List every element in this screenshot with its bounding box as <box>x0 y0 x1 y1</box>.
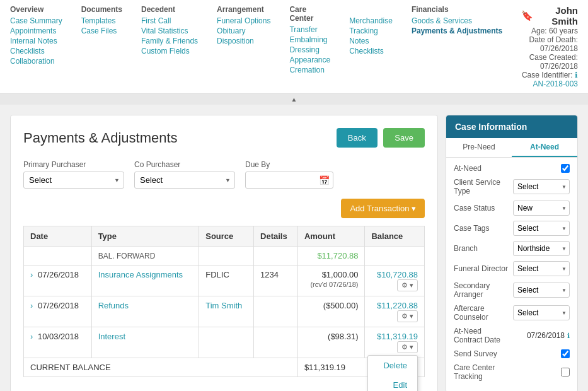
table-row: › 07/26/2018 Insurance Assignments FDLIC… <box>24 266 425 296</box>
nav-family-friends[interactable]: Family & Friends <box>141 37 198 45</box>
row-type[interactable]: Interest <box>98 332 125 341</box>
cell-amount: $1,000.00 (rcv'd 07/26/18) <box>297 266 365 296</box>
nav-custom-fields[interactable]: Custom Fields <box>141 47 198 55</box>
cell-details <box>254 296 298 327</box>
nav-first-call[interactable]: First Call <box>141 16 198 25</box>
nav-collapse-bar[interactable]: ▲ <box>0 94 588 105</box>
table-row: › 07/26/2018 Refunds Tim Smith ($500.00)… <box>24 296 425 327</box>
cell-details: 1234 <box>254 266 298 296</box>
nav-internal-notes[interactable]: Internal Notes <box>10 37 62 45</box>
context-menu-delete[interactable]: Delete <box>368 356 417 375</box>
cell-amount: ($500.00) <box>297 296 365 327</box>
nav-goods-services[interactable]: Goods & Services <box>412 16 502 25</box>
row-date: 07/26/2018 <box>38 301 79 310</box>
branch-select[interactable]: Northside <box>513 241 570 256</box>
nav-funeral-options[interactable]: Funeral Options <box>217 16 270 25</box>
context-menu-wrapper: ⚙ ▾ Delete Edit <box>397 341 418 353</box>
table-row: BAL. FORWARD $11,720.88 <box>24 247 425 266</box>
row-expand-icon[interactable]: › <box>30 301 33 310</box>
nav-tracking[interactable]: Tracking <box>349 26 393 35</box>
send-survey-checkbox[interactable] <box>561 349 570 358</box>
col-source: Source <box>199 226 254 247</box>
sidebar-label-contract-date: At-Need Contract Date <box>454 327 512 344</box>
due-by-label: Due By <box>245 160 333 169</box>
row-type[interactable]: Refunds <box>98 301 129 310</box>
contract-date-info-icon[interactable]: ℹ <box>567 332 570 340</box>
sidebar-field-at-need: At-Need <box>454 164 570 173</box>
nav-appearance[interactable]: Appearance <box>289 55 330 64</box>
case-status-select[interactable]: New <box>513 201 570 216</box>
nav-collaboration[interactable]: Collaboration <box>10 57 62 66</box>
nav-transfer[interactable]: Transfer <box>289 25 330 34</box>
col-balance: Balance <box>365 226 425 247</box>
gear-button[interactable]: ⚙ ▾ <box>397 279 418 291</box>
gear-button[interactable]: ⚙ ▾ <box>397 310 418 322</box>
nav-group-financials-title: Financials <box>412 5 502 14</box>
primary-purchaser-wrapper: Select <box>23 172 124 189</box>
nav-embalming[interactable]: Embalming <box>289 35 330 44</box>
gear-button[interactable]: ⚙ ▾ <box>397 341 418 353</box>
aftercare-counselor-select[interactable]: Select <box>513 305 570 320</box>
row-amount: $1,000.00 <box>322 270 359 279</box>
tab-at-need[interactable]: At-Need <box>512 138 577 157</box>
nav-merchandise[interactable]: Merchandise <box>349 16 393 25</box>
row-type[interactable]: Insurance Assignments <box>98 270 183 279</box>
care-center-tracking-checkbox[interactable] <box>561 368 570 376</box>
cell-amount: $11,720.88 <box>297 247 365 266</box>
row-expand-icon[interactable]: › <box>30 270 33 279</box>
row-balance: $10,720.88 <box>377 270 418 279</box>
cell-details <box>254 247 298 266</box>
cell-balance: $11,220.88 ⚙ ▾ <box>365 296 425 327</box>
nav-group-decedent-title: Decedent <box>141 5 198 14</box>
nav-disposition[interactable]: Disposition <box>217 37 270 45</box>
primary-purchaser-select[interactable]: Select <box>23 172 124 189</box>
cell-date: › 07/26/2018 <box>24 296 92 327</box>
nav-appointments[interactable]: Appointments <box>10 26 62 35</box>
cell-type: BAL. FORWARD <box>91 247 199 266</box>
nav-notes[interactable]: Notes <box>349 37 393 45</box>
bal-forward-amount: $11,720.88 <box>317 251 358 260</box>
nav-payments-adjustments[interactable]: Payments & Adjustments <box>412 26 502 35</box>
row-expand-icon[interactable]: › <box>30 332 33 341</box>
cell-details <box>254 327 298 358</box>
sidebar-header: Case Information <box>446 115 577 138</box>
person-name: 🔖 John Smith <box>521 5 578 26</box>
current-balance-label: CURRENT BALANCE <box>24 358 298 377</box>
client-service-select[interactable]: Select <box>513 179 570 194</box>
col-details: Details <box>254 226 298 247</box>
nav-dressing[interactable]: Dressing <box>289 45 330 54</box>
row-date: 07/26/2018 <box>38 270 79 279</box>
nav-cremation[interactable]: Cremation <box>289 66 330 74</box>
sidebar-field-aftercare-counselor: Aftercare Counselor Select <box>454 304 570 322</box>
nav-vital-statistics[interactable]: Vital Statistics <box>141 26 198 35</box>
contract-date-value: 07/26/2018 <box>527 331 565 340</box>
tab-pre-need[interactable]: Pre-Need <box>446 138 512 157</box>
sidebar-field-secondary-arranger: Secondary Arranger Select <box>454 281 570 299</box>
co-purchaser-select[interactable]: Select <box>134 172 235 189</box>
sidebar-field-client-service: Client Service Type Select <box>454 178 570 196</box>
secondary-arranger-select[interactable]: Select <box>513 283 570 298</box>
col-amount: Amount <box>297 226 365 247</box>
sidebar-label-funeral-director: Funeral Director <box>454 264 512 273</box>
calendar-icon[interactable]: 📅 <box>319 175 330 185</box>
nav-case-summary[interactable]: Case Summary <box>10 16 62 25</box>
row-balance: $11,319.19 <box>377 332 418 341</box>
cell-source: Tim Smith <box>199 296 254 327</box>
save-button[interactable]: Save <box>383 128 425 148</box>
funeral-director-select[interactable]: Select <box>513 261 570 276</box>
sidebar-label-client-service: Client Service Type <box>454 178 512 196</box>
sidebar-label-aftercare-counselor: Aftercare Counselor <box>454 304 512 322</box>
context-menu-edit[interactable]: Edit <box>368 375 417 391</box>
sidebar-field-funeral-director: Funeral Director Select <box>454 261 570 276</box>
cell-type: Insurance Assignments <box>91 266 199 296</box>
nav-templates[interactable]: Templates <box>81 16 122 25</box>
nav-obituary[interactable]: Obituary <box>217 26 270 35</box>
at-need-checkbox[interactable] <box>561 164 570 173</box>
nav-checklists2[interactable]: Checklists <box>349 47 393 55</box>
case-tags-select[interactable]: Select <box>513 221 570 236</box>
nav-checklists[interactable]: Checklists <box>10 47 62 55</box>
add-transaction-button[interactable]: Add Transaction ▾ <box>341 199 425 218</box>
back-button[interactable]: Back <box>337 128 378 148</box>
nav-case-files[interactable]: Case Files <box>81 26 122 35</box>
row-source[interactable]: Tim Smith <box>205 301 242 310</box>
